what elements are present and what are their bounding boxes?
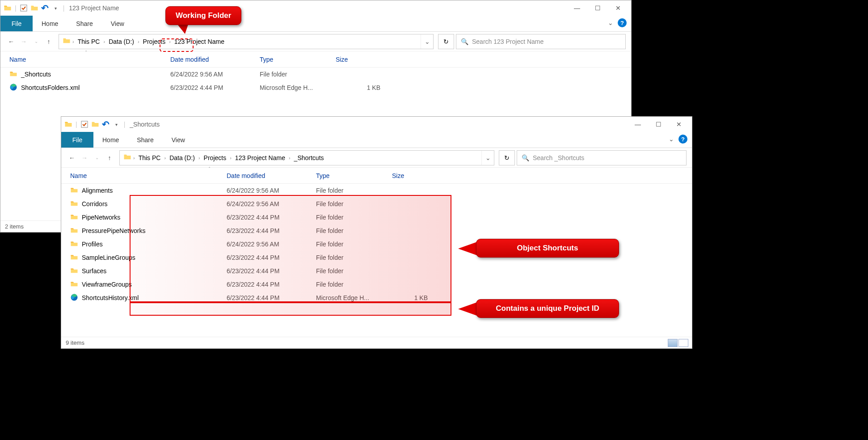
navbar: ← → ⌄ ↑ › This PC › Data (D:) › Projects…: [61, 148, 692, 168]
breadcrumb-item[interactable]: _Shortcuts: [292, 153, 326, 162]
table-row[interactable]: ShortcutsFolders.xml6/23/2022 4:44 PMMic…: [0, 81, 631, 94]
file-tab[interactable]: File: [0, 16, 33, 31]
column-header-type[interactable]: Type: [316, 172, 392, 179]
up-button[interactable]: ↑: [104, 152, 115, 163]
breadcrumb-item[interactable]: Data (D:): [107, 37, 136, 46]
home-tab[interactable]: Home: [33, 16, 67, 31]
table-row[interactable]: PipeNetworks6/23/2022 4:44 PMFile folder: [61, 211, 692, 224]
icons-view-icon[interactable]: [678, 339, 688, 347]
column-header-size[interactable]: Size: [392, 172, 437, 179]
help-icon[interactable]: ?: [678, 135, 687, 144]
minimize-button[interactable]: —: [567, 1, 587, 15]
breadcrumb-item[interactable]: This PC: [76, 37, 102, 46]
svg-rect-2: [81, 121, 88, 127]
help-icon[interactable]: ?: [618, 18, 627, 27]
home-tab[interactable]: Home: [93, 132, 128, 148]
column-header-date[interactable]: Date modified: [170, 56, 260, 63]
breadcrumb-item[interactable]: Projects: [202, 153, 228, 162]
column-header-date[interactable]: Date modified: [227, 172, 316, 179]
window-title: _Shortcuts: [130, 121, 160, 128]
titlebar[interactable]: | ↶ ▾ | 123 Project Name — ☐ ✕: [0, 0, 631, 16]
folder-icon[interactable]: [30, 4, 39, 13]
maximize-button[interactable]: ☐: [587, 1, 608, 15]
history-dropdown-icon[interactable]: ⌄: [92, 152, 102, 163]
table-row[interactable]: ViewframeGroups6/23/2022 4:44 PMFile fol…: [61, 278, 692, 291]
callout-working-folder: Working Folder: [165, 6, 241, 25]
breadcrumb-item[interactable]: This PC: [137, 153, 163, 162]
file-date: 6/23/2022 4:44 PM: [227, 294, 316, 301]
address-bar[interactable]: › This PC › Data (D:) › Projects › 123 P…: [119, 150, 494, 165]
status-bar: 9 items: [61, 337, 692, 348]
share-tab[interactable]: Share: [128, 132, 162, 148]
back-button[interactable]: ←: [67, 152, 77, 163]
qat-dropdown-icon[interactable]: ▾: [112, 120, 121, 129]
checkbox-icon[interactable]: [19, 4, 28, 13]
table-row[interactable]: PressurePipeNetworks6/23/2022 4:44 PMFil…: [61, 224, 692, 237]
maximize-button[interactable]: ☐: [648, 118, 669, 131]
search-input[interactable]: 🔍 Search 123 Project Name: [456, 34, 626, 49]
breadcrumb-item[interactable]: 123 Project Name: [173, 37, 226, 46]
search-input[interactable]: 🔍 Search _Shortcuts: [517, 150, 687, 165]
edge-icon: [70, 293, 78, 303]
address-dropdown-icon[interactable]: ⌄: [421, 34, 433, 49]
view-tab[interactable]: View: [163, 132, 194, 148]
file-type: File folder: [260, 71, 336, 78]
table-row[interactable]: Corridors6/24/2022 9:56 AMFile folder: [61, 197, 692, 211]
table-row[interactable]: _Shortcuts6/24/2022 9:56 AMFile folder: [0, 68, 631, 81]
chevron-right-icon[interactable]: ›: [289, 155, 291, 161]
file-name: _Shortcuts: [21, 71, 51, 78]
forward-button[interactable]: →: [79, 152, 90, 163]
close-button[interactable]: ✕: [608, 1, 628, 15]
refresh-button[interactable]: ↻: [438, 34, 454, 49]
chevron-right-icon[interactable]: ›: [133, 155, 135, 161]
column-header-type[interactable]: Type: [260, 56, 336, 63]
address-dropdown-icon[interactable]: ⌄: [481, 151, 494, 165]
file-name: Surfaces: [82, 267, 106, 275]
file-tab[interactable]: File: [61, 132, 93, 148]
history-dropdown-icon[interactable]: ⌄: [31, 36, 42, 47]
chevron-right-icon[interactable]: ›: [103, 39, 105, 44]
breadcrumb-item[interactable]: Projects: [141, 37, 168, 46]
up-button[interactable]: ↑: [43, 36, 54, 47]
folder-icon: [64, 120, 73, 129]
undo-icon[interactable]: ↶: [101, 120, 110, 129]
file-type: File folder: [316, 200, 392, 207]
file-name: PipeNetworks: [82, 214, 120, 221]
back-button[interactable]: ←: [6, 36, 17, 47]
file-type: Microsoft Edge H...: [260, 84, 336, 91]
chevron-right-icon[interactable]: ›: [230, 155, 232, 161]
close-button[interactable]: ✕: [669, 118, 689, 131]
chevron-right-icon[interactable]: ›: [198, 155, 200, 161]
svg-rect-0: [21, 5, 27, 11]
column-header-name[interactable]: Name: [70, 172, 227, 179]
undo-icon[interactable]: ↶: [41, 4, 50, 13]
folder-icon[interactable]: [91, 120, 100, 129]
titlebar[interactable]: | ↶ ▾ | _Shortcuts — ☐ ✕: [61, 117, 692, 132]
chevron-right-icon[interactable]: ›: [169, 39, 171, 44]
checkbox-icon[interactable]: [80, 120, 89, 129]
column-header-size[interactable]: Size: [336, 56, 389, 63]
minimize-button[interactable]: —: [628, 118, 648, 131]
chevron-right-icon[interactable]: ›: [164, 155, 166, 161]
share-tab[interactable]: Share: [67, 16, 101, 31]
chevron-right-icon[interactable]: ›: [138, 39, 139, 44]
file-type: File folder: [316, 281, 392, 288]
qat-dropdown-icon[interactable]: ▾: [51, 4, 60, 13]
details-view-icon[interactable]: [668, 339, 678, 347]
forward-button[interactable]: →: [18, 36, 29, 47]
view-tab[interactable]: View: [102, 16, 133, 31]
item-count: 2 items: [5, 223, 24, 230]
ribbon-collapse-icon[interactable]: ⌄: [608, 19, 613, 26]
table-row[interactable]: Surfaces6/23/2022 4:44 PMFile folder: [61, 264, 692, 278]
sort-indicator-icon: ˆ: [209, 167, 210, 172]
address-bar[interactable]: › This PC › Data (D:) › Projects › 123 P…: [59, 34, 434, 49]
ribbon-collapse-icon[interactable]: ⌄: [669, 135, 674, 143]
file-type: File folder: [316, 241, 392, 248]
folder-icon: [70, 199, 78, 209]
breadcrumb-item[interactable]: 123 Project Name: [233, 153, 287, 162]
refresh-button[interactable]: ↻: [499, 150, 515, 165]
column-header-name[interactable]: Name: [9, 56, 170, 63]
table-row[interactable]: Alignments6/24/2022 9:56 AMFile folder: [61, 184, 692, 197]
breadcrumb-item[interactable]: Data (D:): [168, 153, 197, 162]
chevron-right-icon[interactable]: ›: [72, 39, 74, 44]
